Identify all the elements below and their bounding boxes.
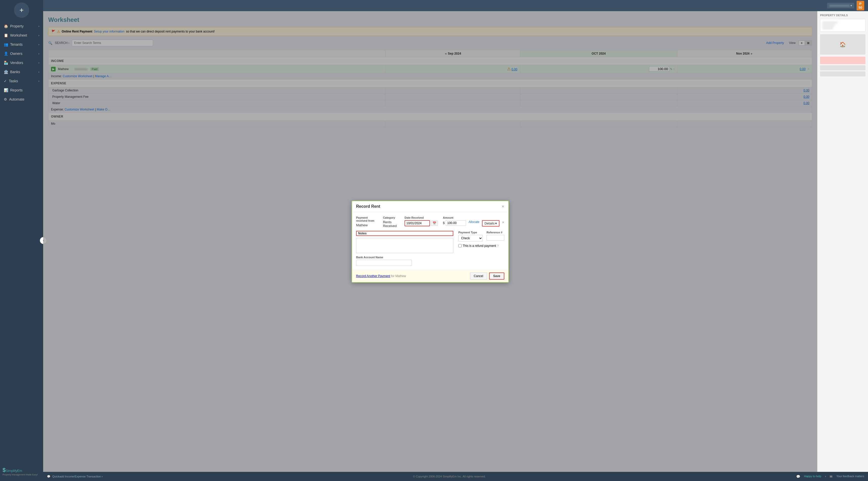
category-value: Rents Received — [383, 220, 400, 228]
reference-input[interactable] — [487, 235, 504, 241]
sidebar-item-owners[interactable]: 👤 Owners › — [0, 49, 43, 58]
sidebar-item-worksheet[interactable]: 📋 Worksheet › — [0, 31, 43, 40]
refund-checkbox-group: This is a refund payment ? — [458, 244, 504, 248]
date-group: Date Received 📅 — [405, 216, 438, 228]
date-label: Date Received — [405, 216, 438, 219]
dropdown-chevron-icon: ▾ — [850, 4, 852, 7]
payment-from-value: Mathew — [356, 223, 378, 227]
amount-group: Amount $ Allocate Details ▾ — [443, 216, 504, 228]
details-label: Details — [485, 221, 495, 225]
content-area: Worksheet 🚩 ⚠ Online Rent Payment Setup … — [43, 11, 868, 472]
sidebar-item-label: Automate — [9, 97, 24, 101]
home-icon: 🏠 — [4, 24, 8, 28]
payment-type-row: Payment Type Check Cash ACH Credit Card — [458, 231, 504, 242]
add-button[interactable]: + — [14, 3, 29, 18]
sidebar-item-label: Tenants — [10, 42, 23, 47]
bottom-left: 💬 Quickadd Income/Expense Transaction › — [47, 475, 102, 478]
chevron-icon: › — [38, 25, 39, 28]
payment-from-group: Payment received from Mathew — [356, 216, 378, 228]
allocate-link[interactable]: Allocate — [468, 220, 479, 224]
sidebar-item-reports[interactable]: 📊 Reports — [0, 86, 43, 95]
save-button[interactable]: Save — [489, 272, 504, 280]
property-detail-card: ●●●●●●●●●●●●●●●●●●●●●●●●● — [820, 19, 865, 32]
sidebar-item-label: Banks — [10, 70, 20, 74]
cancel-button[interactable]: Cancel — [470, 272, 487, 280]
amount-input[interactable] — [446, 220, 466, 226]
top-bar-right: ●●●●●●●●●●● ▾ P 50 — [827, 1, 864, 10]
top-bar: ●●●●●●●●●●● ▾ P 50 — [43, 0, 868, 11]
help-link[interactable]: Happy to help — [804, 475, 821, 478]
feedback-link[interactable]: Your feedback matters — [836, 475, 864, 478]
tasks-icon: ✓ — [4, 79, 7, 83]
bank-account-group: Bank Account Name — [356, 256, 504, 266]
record-rent-modal: Record Rent × Payment received from Math… — [351, 201, 509, 283]
refund-checkbox[interactable] — [458, 244, 462, 247]
modal-overlay[interactable]: Record Rent × Payment received from Math… — [43, 11, 817, 472]
refund-label: This is a refund payment — [463, 244, 496, 248]
sidebar-item-automate[interactable]: ⚙ Automate — [0, 95, 43, 104]
bottom-bar: 💬 Quickadd Income/Expense Transaction › … — [43, 472, 868, 481]
record-another-link[interactable]: Record Another Payment — [356, 274, 390, 278]
quickadd-chevron: › — [102, 475, 103, 478]
property-selector-text: ●●●●●●●●●●● — [829, 4, 849, 7]
sidebar-item-label: Vendors — [10, 61, 23, 65]
sidebar-item-tasks[interactable]: ✓ Tasks › — [0, 77, 43, 86]
chevron-icon: › — [38, 43, 39, 46]
main-area: ●●●●●●●●●●● ▾ P 50 Worksheet 🚩 ⚠ Online … — [43, 0, 868, 481]
currency-symbol: $ — [443, 221, 445, 225]
vendors-icon: 🏪 — [4, 61, 8, 65]
calendar-icon-button[interactable]: 📅 — [431, 221, 438, 226]
chevron-icon: › — [38, 80, 39, 83]
category-group: Category Rents Received — [383, 216, 400, 228]
payment-from-label: Payment received from — [356, 216, 378, 222]
banks-icon: 🏦 — [4, 70, 8, 74]
help-icon: 💬 — [796, 475, 800, 478]
sidebar-nav: 🏠 Property › 📋 Worksheet › 👥 Tenants › 👤… — [0, 22, 43, 104]
sidebar-item-tenants[interactable]: 👥 Tenants › — [0, 40, 43, 49]
feedback-icon: ✉ — [830, 475, 833, 478]
amount-label: Amount — [443, 216, 504, 219]
automate-icon: ⚙ — [4, 97, 7, 101]
modal-header: Record Rent × — [352, 201, 508, 212]
modal-body: Payment received from Mathew Category Re… — [352, 212, 508, 270]
sidebar-item-label: Reports — [10, 88, 23, 92]
quickadd-link[interactable]: Quickadd Income/Expense Transaction — [52, 475, 101, 478]
plan-badge: P 50 — [857, 1, 864, 10]
amount-clear-button[interactable]: × — [502, 220, 504, 225]
bank-account-input[interactable] — [356, 260, 412, 266]
worksheet-icon: 📋 — [4, 33, 8, 37]
separator: › — [825, 475, 826, 478]
payment-type-select[interactable]: Check Cash ACH Credit Card — [458, 235, 483, 242]
chevron-icon: › — [38, 34, 39, 37]
property-selector-dropdown[interactable]: ●●●●●●●●●●● ▾ — [827, 3, 854, 8]
sidebar-item-label: Property — [10, 24, 24, 28]
info-icon: ? — [497, 244, 498, 247]
details-chevron-icon: ▾ — [495, 221, 497, 225]
date-input[interactable] — [405, 220, 430, 226]
property-status-area — [820, 57, 865, 77]
modal-action-buttons: Cancel Save — [470, 272, 504, 280]
property-image-area: 🏠 — [820, 34, 865, 55]
chevron-icon: › — [38, 52, 39, 55]
payment-type-group: Payment Type Check Cash ACH Credit Card — [458, 231, 483, 242]
notes-textarea[interactable] — [356, 238, 453, 253]
payment-type-section: Payment Type Check Cash ACH Credit Card — [458, 231, 504, 253]
amount-row: $ Allocate Details ▾ × — [443, 220, 504, 227]
owners-icon: 👤 — [4, 52, 8, 56]
sidebar-item-vendors[interactable]: 🏪 Vendors › — [0, 58, 43, 67]
logo-tagline: Property Management Made Easy! — [3, 473, 38, 476]
record-another-for: for Mathew — [391, 274, 406, 278]
info-bar-2 — [820, 71, 865, 77]
sidebar-item-property[interactable]: 🏠 Property › — [0, 22, 43, 31]
details-button[interactable]: Details ▾ — [482, 220, 499, 227]
record-another-section: Record Another Payment for Mathew — [356, 274, 406, 278]
reports-icon: 📊 — [4, 88, 8, 92]
info-bar-1 — [820, 65, 865, 70]
logo-symbol: $ — [3, 467, 6, 473]
chevron-icon: › — [38, 61, 39, 64]
form-row-middle: Notes Payment Type Check — [356, 231, 504, 253]
sidebar-item-banks[interactable]: 🏦 Banks › — [0, 67, 43, 77]
right-sidebar-title: PROPERTY DETAILS — [820, 14, 865, 17]
modal-close-button[interactable]: × — [501, 204, 504, 209]
sidebar-item-label: Owners — [10, 52, 22, 56]
